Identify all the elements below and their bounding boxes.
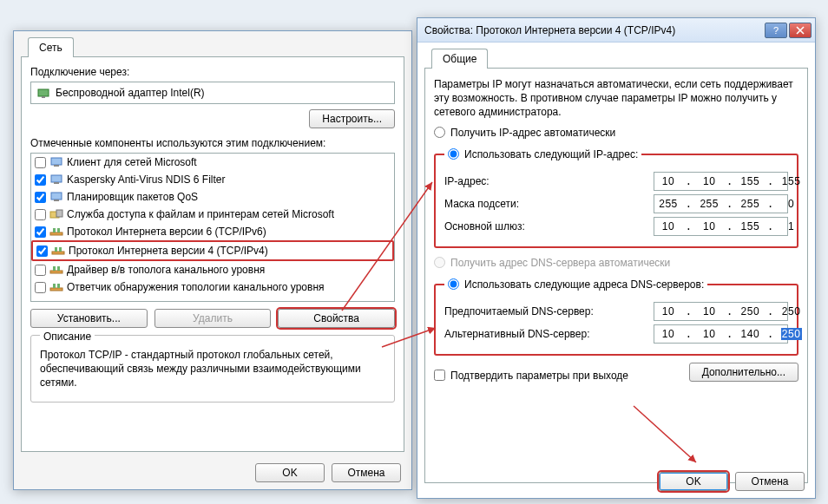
advanced-button[interactable]: Дополнительно...: [689, 363, 798, 382]
svg-rect-12: [57, 228, 60, 232]
component-checkbox[interactable]: [35, 192, 46, 203]
svg-rect-5: [54, 182, 59, 184]
gateway-label: Основной шлюз:: [444, 220, 654, 232]
general-panel: Параметры IP могут назначаться автоматич…: [424, 69, 808, 483]
component-icon: [49, 207, 63, 221]
properties-button[interactable]: Свойства: [278, 309, 395, 328]
list-item[interactable]: Драйвер в/в тополога канального уровня: [31, 261, 394, 278]
tab-strip-left: Сеть: [21, 36, 404, 57]
svg-rect-0: [38, 89, 49, 96]
dns-alt-input[interactable]: 10 . 10 . 140 . 250: [654, 324, 788, 344]
ipv4-properties-window: Свойства: Протокол Интернета версии 4 (T…: [417, 17, 816, 499]
svg-rect-4: [51, 175, 62, 182]
dns-auto-radio: [434, 257, 445, 268]
svg-rect-6: [51, 193, 62, 200]
component-label: Протокол Интернета версии 6 (TCP/IPv6): [67, 226, 266, 238]
validate-label: Подтвердить параметры при выходе: [450, 370, 628, 382]
component-checkbox[interactable]: [35, 282, 46, 293]
right-cancel-button[interactable]: Отмена: [735, 472, 805, 491]
svg-rect-3: [54, 165, 59, 167]
description-group: Описание Протокол TCP/IP - стандартный п…: [30, 335, 395, 403]
install-button[interactable]: Установить...: [30, 309, 148, 328]
component-checkbox[interactable]: [35, 174, 46, 186]
component-icon: [49, 155, 63, 169]
components-listbox[interactable]: Клиент для сетей MicrosoftKaspersky Anti…: [30, 153, 395, 302]
remove-button: Удалить: [154, 309, 272, 328]
left-ok-button[interactable]: OK: [255, 463, 325, 482]
svg-rect-10: [50, 232, 62, 235]
network-panel: Подключение через: Беспроводной адаптер …: [21, 57, 404, 452]
component-label: Драйвер в/в тополога канального уровня: [67, 264, 265, 276]
svg-rect-9: [56, 210, 62, 217]
svg-rect-16: [50, 271, 62, 273]
component-checkbox[interactable]: [36, 245, 48, 257]
description-legend: Описание: [40, 331, 95, 343]
configure-button[interactable]: Настроить...: [309, 109, 395, 128]
ip-auto-radio[interactable]: [434, 127, 445, 138]
ip-manual-group: Использовать следующий IP-адрес: IP-адре…: [434, 146, 798, 248]
component-checkbox[interactable]: [35, 226, 46, 238]
component-icon: [49, 225, 63, 239]
ip-addr-input[interactable]: 10 . 10 . 155 . 155: [654, 172, 788, 191]
ip-manual-radio[interactable]: [448, 148, 459, 160]
list-item[interactable]: Планировщик пакетов QoS: [31, 188, 394, 206]
svg-rect-13: [52, 252, 64, 254]
component-checkbox[interactable]: [35, 209, 46, 220]
dns-manual-radio[interactable]: [448, 278, 459, 290]
adapter-box[interactable]: Беспроводной адаптер Intel(R): [30, 82, 395, 104]
svg-rect-18: [57, 266, 60, 271]
list-item[interactable]: Протокол Интернета версии 4 (TCP/IPv4): [31, 240, 394, 261]
dns-pref-input[interactable]: 10 . 10 . 250 . 250: [654, 302, 788, 321]
svg-rect-21: [57, 284, 60, 288]
tab-strip-right: Общие: [424, 48, 808, 69]
component-checkbox[interactable]: [35, 157, 46, 168]
help-button[interactable]: ?: [765, 23, 787, 38]
ip-addr-label: IP-адрес:: [444, 175, 654, 187]
left-cancel-button[interactable]: Отмена: [332, 463, 401, 482]
dns-manual-group: Использовать следующие адреса DNS-сервер…: [434, 276, 798, 356]
dns-auto-label: Получить адрес DNS-сервера автоматически: [450, 257, 670, 269]
adapter-name: Беспроводной адаптер Intel(R): [56, 87, 205, 99]
component-checkbox[interactable]: [35, 265, 46, 276]
mask-label: Маска подсети:: [444, 198, 654, 210]
ip-manual-label: Использовать следующий IP-адрес:: [464, 148, 638, 160]
dns-pref-label: Предпочитаемый DNS-сервер:: [444, 305, 654, 317]
titlebar[interactable]: Свойства: Протокол Интернета версии 4 (T…: [417, 18, 815, 43]
list-item[interactable]: Ответчик обнаружения топологии канальног…: [31, 278, 394, 296]
close-button[interactable]: [789, 23, 812, 38]
svg-rect-14: [55, 247, 57, 252]
svg-rect-19: [50, 288, 62, 291]
list-item[interactable]: Kaspersky Anti-Virus NDIS 6 Filter: [31, 171, 394, 188]
svg-rect-20: [53, 284, 56, 288]
list-item[interactable]: Служба доступа к файлам и принтерам сете…: [31, 206, 394, 223]
svg-rect-7: [54, 200, 59, 201]
component-label: Ответчик обнаружения топологии канальног…: [67, 281, 325, 293]
tab-general[interactable]: Общие: [431, 49, 488, 69]
component-icon: [51, 244, 65, 258]
component-label: Kaspersky Anti-Virus NDIS 6 Filter: [67, 173, 226, 186]
ip-auto-label: Получить IP-адрес автоматически: [450, 127, 615, 139]
component-icon: [49, 263, 63, 277]
svg-rect-2: [51, 158, 62, 165]
dns-manual-label: Использовать следующие адреса DNS-сервер…: [464, 278, 704, 291]
component-icon: [49, 190, 63, 204]
mask-input[interactable]: 255 . 255 . 255 . 0: [654, 194, 788, 213]
list-item[interactable]: Клиент для сетей Microsoft: [31, 154, 394, 171]
right-ok-button[interactable]: OK: [659, 472, 728, 491]
component-label: Планировщик пакетов QoS: [67, 191, 198, 203]
connect-via-label: Подключение через:: [30, 66, 395, 78]
svg-rect-15: [59, 247, 62, 252]
component-label: Клиент для сетей Microsoft: [67, 156, 197, 168]
component-icon: [49, 173, 63, 187]
description-text: Протокол TCP/IP - стандартный протокол г…: [40, 348, 385, 390]
network-properties-window: Сеть Подключение через: Беспроводной ада…: [13, 30, 412, 490]
tab-network[interactable]: Сеть: [28, 37, 74, 57]
dns-alt-label: Альтернативный DNS-сервер:: [444, 328, 654, 340]
svg-rect-1: [42, 96, 45, 98]
gateway-input[interactable]: 10 . 10 . 155 . 1: [654, 217, 788, 236]
window-title: Свойства: Протокол Интернета версии 4 (T…: [424, 24, 763, 36]
list-item[interactable]: Протокол Интернета версии 6 (TCP/IPv6): [31, 223, 394, 240]
validate-checkbox[interactable]: [434, 370, 445, 381]
adapter-icon: [36, 86, 50, 100]
component-icon: [49, 280, 63, 294]
